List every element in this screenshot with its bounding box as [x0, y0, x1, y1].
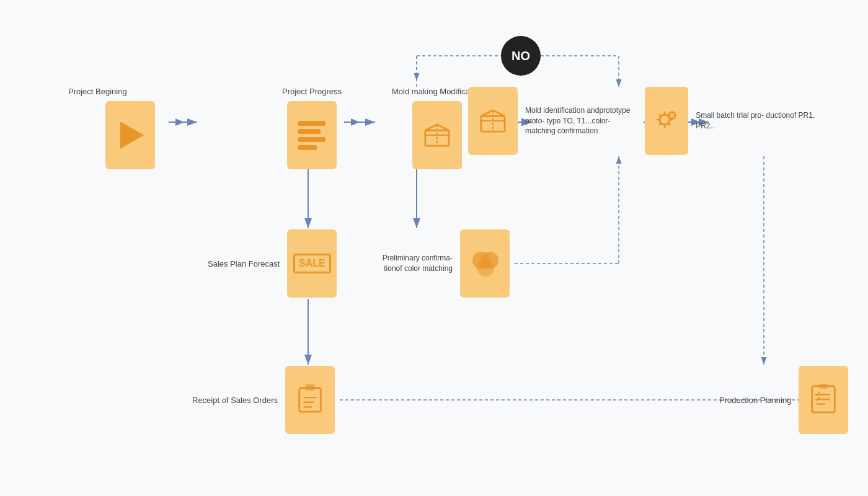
box-icon [423, 122, 451, 148]
svg-marker-3 [175, 118, 184, 126]
svg-marker-5 [351, 118, 360, 126]
circles-icon [469, 248, 500, 279]
clipboard-node-icon [285, 366, 335, 434]
table-node-icon [287, 101, 337, 169]
svg-rect-42 [820, 384, 828, 389]
node-sales-plan[interactable]: Sales Plan Forecast SALE [208, 229, 337, 298]
gear-node-icon [645, 87, 688, 155]
node-project-beginning[interactable]: Project Begining [105, 87, 164, 169]
label-production-planning: Production Planning [719, 396, 791, 405]
mold-id-icon [468, 87, 518, 155]
no-badge: NO [501, 36, 541, 76]
play-node-icon [105, 101, 155, 169]
no-label: NO [512, 49, 530, 63]
label-mold-identification: Mold identification andprototype proto- … [525, 105, 642, 136]
mold-id-box-icon [479, 108, 507, 134]
sale-node-icon: SALE [287, 229, 337, 298]
bar3 [298, 137, 326, 142]
bar2 [298, 129, 321, 134]
svg-rect-34 [305, 384, 314, 391]
checklist-icon [809, 383, 838, 417]
label-small-batch: Small batch trial pro- ductionof PR1, PR… [696, 110, 818, 131]
circles-node-icon [460, 229, 510, 298]
bar4 [298, 145, 317, 150]
checklist-node-icon [799, 366, 848, 434]
node-production-planning[interactable]: Production Planning [719, 366, 848, 434]
node-receipt-orders[interactable]: Receipt of Sales Orders [192, 366, 335, 434]
node-small-batch[interactable]: Small batch trial pro- ductionof PR1, PR… [645, 87, 818, 155]
svg-rect-33 [299, 388, 321, 412]
play-icon [120, 122, 144, 149]
clipboard-icon [296, 383, 324, 417]
label-receipt-orders: Receipt of Sales Orders [192, 396, 278, 405]
label-project-beginning: Project Begining [68, 87, 127, 96]
label-sales-plan: Sales Plan Forecast [208, 259, 280, 268]
node-preliminary-color[interactable]: Preliminary confirma- tionof color match… [378, 229, 510, 298]
node-project-progress[interactable]: Project Progress [282, 87, 342, 169]
node-mold-identification[interactable]: Mold identification andprototype proto- … [468, 87, 642, 155]
svg-point-32 [477, 259, 494, 277]
sale-icon: SALE [293, 254, 331, 273]
label-preliminary-color: Preliminary confirma- tionof color match… [378, 253, 453, 274]
bar1 [298, 121, 326, 126]
box-node-icon [412, 101, 462, 169]
gear-icon [651, 104, 682, 138]
table-icon [293, 116, 330, 155]
label-project-progress: Project Progress [282, 87, 342, 96]
diagram-container: NO Project Begining Project Progress Mol… [0, 0, 868, 496]
